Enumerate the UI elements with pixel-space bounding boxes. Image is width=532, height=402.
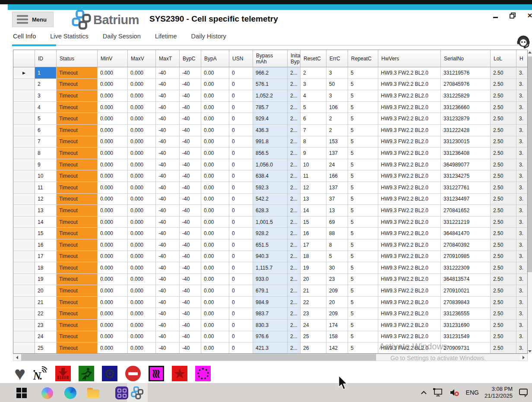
cell-hwvers[interactable]: HW9.3 FW2.2 BL2.0 <box>378 331 441 343</box>
cell-minv[interactable]: 0.000 <box>98 182 128 194</box>
cell-bypass_mah[interactable]: 929.4 <box>253 113 288 125</box>
cell-selector[interactable] <box>13 113 35 125</box>
cell-repeatc[interactable]: 5 <box>348 182 378 194</box>
cell-hil[interactable]: 3. <box>516 67 528 79</box>
cell-hwvers[interactable]: HW9.3 FW2.2 BL2.0 <box>378 102 441 113</box>
notification-icon[interactable] <box>518 387 529 398</box>
table-row[interactable]: 12Timeout0.0000.000-40-400.000542.22...1… <box>13 194 527 205</box>
cell-init_byp[interactable]: 2... <box>288 274 301 286</box>
cell-usn[interactable]: 0 <box>229 136 253 148</box>
cell-maxv[interactable]: 0.000 <box>128 342 156 354</box>
cell-init_byp[interactable]: 2... <box>288 170 301 182</box>
cell-repeatc[interactable]: 5 <box>348 170 378 182</box>
cell-id[interactable]: 5 <box>35 113 57 125</box>
cell-lol[interactable]: 2.50 <box>491 79 516 91</box>
cell-usn[interactable]: 0 <box>229 90 253 102</box>
cell-bypa[interactable]: 0.00 <box>201 331 229 343</box>
cell-serialno[interactable]: 364813574 <box>441 274 491 286</box>
tab-live-statistics[interactable]: Live Statistics <box>50 33 89 40</box>
col-header-lol[interactable]: LoL <box>491 50 516 67</box>
cell-bypc[interactable]: -40 <box>180 262 201 274</box>
cell-usn[interactable]: 0 <box>229 262 253 274</box>
cell-usn[interactable]: 0 <box>229 194 253 205</box>
table-row[interactable]: 17Timeout0.0000.000-40-400.000940.32...1… <box>13 251 527 263</box>
cell-minv[interactable]: 0.000 <box>98 217 128 228</box>
cell-selector[interactable] <box>13 102 35 113</box>
cell-maxt[interactable]: -40 <box>156 125 180 136</box>
table-row[interactable]: 9Timeout0.0000.000-40-400.0001,056.02...… <box>13 159 527 171</box>
cell-id[interactable]: 20 <box>35 285 57 297</box>
cell-status[interactable]: Timeout <box>57 67 98 79</box>
cell-minv[interactable]: 0.000 <box>98 102 128 113</box>
table-row[interactable]: 13Timeout0.0000.000-40-400.000628.32...1… <box>13 205 527 217</box>
cell-lol[interactable]: 2.50 <box>491 217 516 228</box>
cell-hil[interactable]: 3. <box>516 342 528 354</box>
cell-resetc[interactable]: 4 <box>301 90 326 102</box>
cell-maxv[interactable]: 0.000 <box>128 308 156 320</box>
table-row[interactable]: 14Timeout0.0000.000-40-400.0001,001.52..… <box>13 217 527 228</box>
cell-resetc[interactable]: 19 <box>301 262 326 274</box>
cell-errc[interactable]: 50 <box>326 79 348 91</box>
cell-minv[interactable]: 0.000 <box>98 159 128 171</box>
cell-selector[interactable] <box>13 136 35 148</box>
cell-serialno[interactable]: 331222428 <box>441 125 491 136</box>
cell-maxt[interactable]: -40 <box>156 194 180 205</box>
cell-minv[interactable]: 0.000 <box>98 320 128 331</box>
cell-bypa[interactable]: 0.00 <box>201 79 229 91</box>
cell-minv[interactable]: 0.000 <box>98 125 128 136</box>
cell-hwvers[interactable]: HW9.3 FW2.2 BL2.0 <box>378 217 441 228</box>
cell-bypc[interactable]: -40 <box>180 342 201 354</box>
cell-bypc[interactable]: -40 <box>180 228 201 239</box>
cell-status[interactable]: Timeout <box>57 228 98 239</box>
cell-resetc[interactable]: 26 <box>301 342 326 354</box>
cell-usn[interactable]: 0 <box>229 159 253 171</box>
cell-resetc[interactable]: 13 <box>301 194 326 205</box>
gear-blue-icon[interactable] <box>102 366 117 381</box>
cell-hil[interactable]: 3. <box>516 125 528 136</box>
cell-resetc[interactable]: 9 <box>301 148 326 159</box>
cell-serialno[interactable]: 331232879 <box>441 113 491 125</box>
cell-id[interactable]: 22 <box>35 308 57 320</box>
cell-id[interactable]: 7 <box>35 136 57 148</box>
cell-bypass_mah[interactable]: 628.3 <box>253 205 288 217</box>
tab-daily-session[interactable]: Daily Session <box>103 33 141 40</box>
cell-serialno[interactable]: 331236555 <box>441 308 491 320</box>
cell-id[interactable]: 16 <box>35 239 57 251</box>
cell-resetc[interactable]: 11 <box>301 170 326 182</box>
cell-init_byp[interactable]: 2... <box>288 67 301 79</box>
cell-bypc[interactable]: -40 <box>180 239 201 251</box>
cell-serialno[interactable]: 270840392 <box>441 239 491 251</box>
cell-status[interactable]: Timeout <box>57 194 98 205</box>
tab-daily-history[interactable]: Daily History <box>191 33 226 40</box>
cell-minv[interactable]: 0.000 <box>98 331 128 343</box>
cell-status[interactable]: Timeout <box>57 90 98 102</box>
menu-button[interactable]: Menu <box>12 12 54 27</box>
cell-bypa[interactable]: 0.00 <box>201 182 229 194</box>
cell-hwvers[interactable]: HW9.3 FW2.2 BL2.0 <box>378 170 441 182</box>
cell-repeatc[interactable]: 5 <box>348 308 378 320</box>
cell-id[interactable]: 6 <box>35 125 57 136</box>
cell-hwvers[interactable]: HW9.3 FW2.2 BL2.0 <box>378 308 441 320</box>
vertical-scroll-thumb[interactable] <box>528 57 532 272</box>
col-header-maxt[interactable]: MaxT <box>156 50 180 67</box>
cell-status[interactable]: Timeout <box>57 308 98 320</box>
cell-usn[interactable]: 0 <box>229 251 253 263</box>
cell-maxt[interactable]: -40 <box>156 182 180 194</box>
cell-maxt[interactable]: -40 <box>156 285 180 297</box>
cell-init_byp[interactable]: 2... <box>288 90 301 102</box>
cell-bypa[interactable]: 0.00 <box>201 159 229 171</box>
horizontal-scroll-thumb[interactable] <box>21 354 376 361</box>
cell-bypa[interactable]: 0.00 <box>201 170 229 182</box>
cell-maxt[interactable]: -40 <box>156 170 180 182</box>
cell-bypc[interactable]: -40 <box>180 297 201 308</box>
cell-bypc[interactable]: -40 <box>180 331 201 343</box>
cell-maxt[interactable]: -40 <box>156 148 180 159</box>
cell-minv[interactable]: 0.000 <box>98 148 128 159</box>
cell-bypc[interactable]: -40 <box>180 170 201 182</box>
cell-id[interactable]: 10 <box>35 170 57 182</box>
cell-status[interactable]: Timeout <box>57 170 98 182</box>
cell-selector[interactable] <box>13 194 35 205</box>
col-header-repeatc[interactable]: RepeatC <box>348 50 378 67</box>
cell-hwvers[interactable]: HW9.3 FW2.2 BL2.0 <box>378 194 441 205</box>
cell-maxt[interactable]: -40 <box>156 217 180 228</box>
